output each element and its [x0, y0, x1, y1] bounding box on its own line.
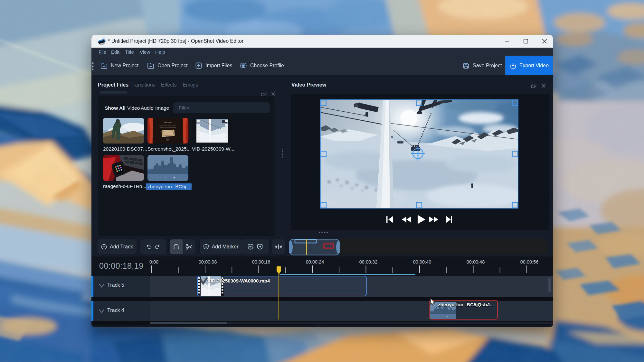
svg-text:Welcome!: Welcome!: [164, 121, 171, 123]
svg-text:adipiscing elit sed do eiusmod: adipiscing elit sed do eiusmod tempor: [160, 127, 176, 128]
svg-text:Lorem ipsum dolor sit amet con: Lorem ipsum dolor sit amet consectetur: [159, 125, 176, 126]
